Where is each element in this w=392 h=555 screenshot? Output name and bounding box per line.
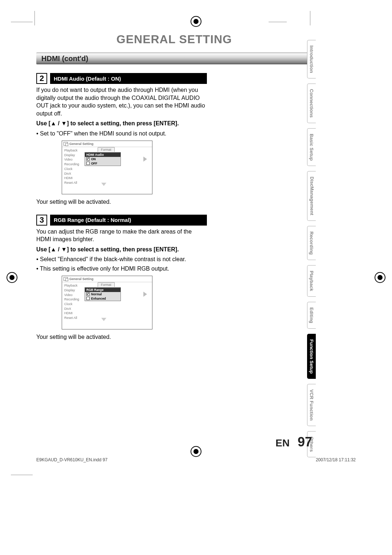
registration-mark-icon bbox=[7, 272, 17, 283]
step-title: HDMI Audio (Default : ON) bbox=[50, 73, 207, 84]
osd-menu-item: Reset All bbox=[64, 181, 83, 185]
osd-menu-item: HDMI bbox=[64, 311, 83, 316]
arrow-right-icon bbox=[143, 292, 147, 297]
step-description: You can adjust the RGB range to make the… bbox=[36, 228, 207, 243]
window-icon bbox=[64, 142, 68, 146]
popup-option-label: Enhanced bbox=[91, 297, 106, 300]
osd-screenshot: General Setting Playback Display Video R… bbox=[62, 141, 152, 195]
step-header: 2 HDMI Audio (Default : ON) bbox=[36, 73, 207, 84]
registration-mark-icon bbox=[191, 446, 201, 457]
checkbox-icon: ✔ bbox=[86, 157, 90, 161]
osd-tab: Format bbox=[98, 147, 115, 152]
print-footer-file: E9KGAUD_D-VR610KU_EN.indd 97 bbox=[36, 457, 107, 462]
side-tab-function-setup[interactable]: Function Setup bbox=[307, 334, 316, 379]
osd-menu-item: Video bbox=[64, 158, 83, 162]
step-closing: Your setting will be activated. bbox=[36, 333, 207, 341]
popup-option-label: ON bbox=[91, 157, 96, 161]
section-heading: HDMI (cont'd) bbox=[36, 53, 312, 64]
osd-menu-item: Playback bbox=[64, 149, 83, 153]
side-tab-vcr-function[interactable]: VCR Function bbox=[307, 384, 316, 426]
popup-option: ✔ ON bbox=[85, 157, 121, 161]
osd-title: General Setting bbox=[69, 277, 94, 281]
side-tab-recording[interactable]: Recording bbox=[307, 226, 316, 260]
arrow-down-icon bbox=[101, 318, 106, 321]
side-tab-introduction[interactable]: Introduction bbox=[307, 40, 316, 78]
side-tab-line: Disc bbox=[309, 177, 314, 186]
side-tabs: Introduction Connections Basic Setup Dis… bbox=[307, 40, 316, 457]
popup-title: HDMI Audio bbox=[85, 153, 121, 157]
osd-menu-item: Reset All bbox=[64, 316, 83, 320]
side-tab-playback[interactable]: Playback bbox=[307, 265, 316, 296]
popup-option-label: OFF bbox=[91, 162, 97, 165]
page-language: EN bbox=[275, 437, 290, 449]
popup-option: OFF bbox=[85, 161, 121, 166]
bullet-item: • Set to "OFF" when the HDMI sound is no… bbox=[36, 130, 207, 138]
osd-menu: Playback Display Video Recording Clock D… bbox=[64, 284, 83, 321]
step-number: 3 bbox=[36, 215, 47, 226]
step-number: 2 bbox=[36, 73, 47, 84]
side-tab-basic-setup[interactable]: Basic Setup bbox=[307, 128, 316, 166]
side-tab-line: Management bbox=[309, 186, 314, 215]
step-closing: Your setting will be activated. bbox=[36, 198, 207, 206]
window-icon bbox=[64, 277, 68, 281]
print-footer: E9KGAUD_D-VR610KU_EN.indd 97 2007/12/18 … bbox=[36, 457, 356, 462]
registration-mark-icon bbox=[191, 16, 201, 27]
popup-title: RGB Range bbox=[85, 288, 121, 292]
osd-tab: Format bbox=[98, 282, 115, 287]
checkbox-icon bbox=[86, 162, 90, 165]
osd-menu-item: Display bbox=[64, 288, 83, 293]
arrow-right-icon bbox=[143, 157, 147, 162]
step-title: RGB Range (Default : Normal) bbox=[50, 215, 207, 226]
osd-menu-item: Clock bbox=[64, 302, 83, 307]
popup-option: ✔ Normal bbox=[85, 292, 121, 296]
page-title: GENERAL SETTING bbox=[36, 33, 312, 46]
osd-popup: RGB Range ✔ Normal Enhanced bbox=[85, 287, 121, 301]
step-instruction: Use [▲ / ▼] to select a setting, then pr… bbox=[36, 246, 207, 254]
osd-popup: HDMI Audio ✔ ON OFF bbox=[85, 152, 121, 166]
osd-menu: Playback Display Video Recording Clock D… bbox=[64, 149, 83, 186]
print-footer-timestamp: 2007/12/18 17:11:32 bbox=[316, 457, 356, 462]
side-tab-editing[interactable]: Editing bbox=[307, 302, 316, 329]
bullet-item: • This setting is effective only for HDM… bbox=[36, 265, 207, 273]
osd-menu-item: Video bbox=[64, 293, 83, 297]
popup-option: Enhanced bbox=[85, 296, 121, 301]
osd-menu-item: Recording bbox=[64, 162, 83, 167]
osd-screenshot: General Setting Playback Display Video R… bbox=[62, 276, 152, 330]
side-tab-connections[interactable]: Connections bbox=[307, 84, 316, 123]
osd-menu-item: Clock bbox=[64, 167, 83, 171]
page-number: 97 bbox=[298, 434, 312, 450]
page-footer: EN 97 bbox=[275, 434, 312, 450]
step-instruction: Use [▲ / ▼] to select a setting, then pr… bbox=[36, 119, 207, 127]
side-tab-disc-management[interactable]: Disc Management bbox=[307, 171, 316, 221]
osd-title: General Setting bbox=[69, 142, 94, 146]
osd-menu-item: DivX bbox=[64, 307, 83, 311]
section-heading-label: HDMI (cont'd) bbox=[41, 54, 88, 63]
step-description: If you do not want to output the audio t… bbox=[36, 86, 207, 117]
checkbox-icon bbox=[86, 297, 90, 300]
step-header: 3 RGB Range (Default : Normal) bbox=[36, 215, 207, 226]
bullet-item: • Select "Enhanced" if the black-white c… bbox=[36, 255, 207, 263]
popup-option-label: Normal bbox=[91, 292, 102, 296]
arrow-down-icon bbox=[101, 183, 106, 186]
checkbox-icon: ✔ bbox=[86, 292, 90, 296]
osd-menu-item: Playback bbox=[64, 284, 83, 288]
registration-mark-icon bbox=[375, 272, 385, 283]
osd-menu-item: DivX bbox=[64, 171, 83, 176]
osd-menu-item: Recording bbox=[64, 297, 83, 302]
osd-menu-item: Display bbox=[64, 153, 83, 158]
osd-menu-item: HDMI bbox=[64, 176, 83, 181]
